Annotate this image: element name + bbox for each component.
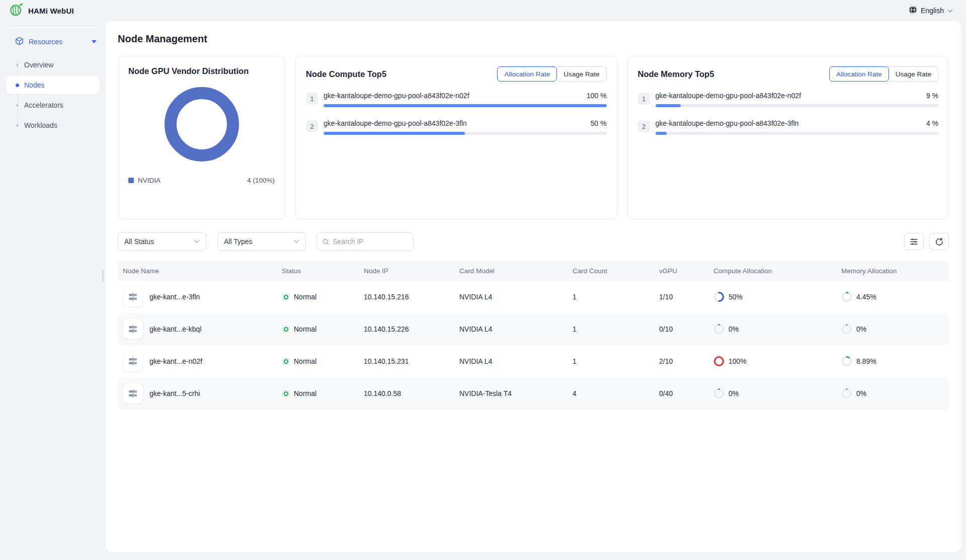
- memory-allocation-ring: [841, 356, 852, 367]
- main-panel: Node Management Node GPU Vendor Distribu…: [106, 21, 961, 552]
- compute-card-title: Node Compute Top5: [306, 69, 386, 79]
- card-count: 1: [568, 293, 654, 301]
- card-model: NVIDIA L4: [454, 293, 568, 301]
- vgpu-value: 2/10: [654, 357, 708, 365]
- status-filter-select[interactable]: All Status: [118, 232, 206, 251]
- node-name: gke-kantaloupe-demo-gpu-pool-a843f02e-3f…: [324, 119, 467, 127]
- allocation-rate-tab[interactable]: Allocation Rate: [829, 66, 889, 82]
- usage-rate-tab[interactable]: Usage Rate: [557, 66, 606, 82]
- brand: HAMi WebUI: [9, 3, 74, 19]
- sidebar-item-label: Overview: [24, 61, 53, 69]
- chevron-down-icon: [293, 239, 299, 244]
- col-node-name: Node Name: [118, 267, 277, 275]
- compute-allocation-value: 50%: [729, 293, 743, 301]
- allocation-rate-tab[interactable]: Allocation Rate: [497, 66, 557, 82]
- card-model: NVIDIA L4: [454, 325, 568, 333]
- legend-label: NVIDIA: [138, 177, 160, 184]
- sidebar-subnav: Overview Nodes Accelerators Workloads: [0, 56, 106, 134]
- vendor-distribution-card: Node GPU Vendor Distribution NVIDIA 4 (1…: [118, 56, 285, 219]
- compute-rate-toggle: Allocation Rate Usage Rate: [497, 66, 606, 82]
- sidebar-item-label: Workloads: [24, 121, 57, 129]
- nav-dot: [16, 84, 19, 87]
- sidebar-group-resources[interactable]: Resources: [0, 33, 106, 51]
- sidebar: Resources Overview Nodes Accelerators Wo…: [0, 21, 106, 560]
- memory-allocation-ring: [841, 388, 852, 399]
- percent-value: 4 %: [926, 119, 938, 127]
- status-normal-icon: [282, 325, 290, 333]
- sidebar-resize-handle[interactable]: [102, 270, 104, 282]
- top-bar: HAMi WebUI English: [0, 0, 966, 21]
- top5-row: 1 gke-kantaloupe-demo-gpu-pool-a843f02e-…: [306, 92, 607, 107]
- globe-icon: [909, 6, 917, 16]
- sidebar-item-label: Accelerators: [24, 101, 63, 109]
- node-server-icon: [123, 319, 143, 339]
- table-row[interactable]: gke-kant...e-n02f Normal 10.140.15.231 N…: [118, 345, 949, 377]
- type-filter-select[interactable]: All Types: [217, 232, 306, 251]
- progress-bar: [656, 132, 939, 135]
- sidebar-item-label: Nodes: [24, 81, 44, 89]
- search-input[interactable]: [333, 237, 408, 246]
- table-row[interactable]: gke-kant...5-crhi Normal 10.140.0.58 NVI…: [118, 377, 949, 410]
- caret-down-icon: [92, 40, 97, 43]
- percent-value: 100 %: [587, 92, 607, 100]
- node-name: gke-kantaloupe-demo-gpu-pool-a843f02e-n0…: [324, 92, 469, 100]
- refresh-button[interactable]: [929, 233, 949, 250]
- vendor-donut-chart: [165, 87, 239, 162]
- percent-value: 50 %: [591, 119, 607, 127]
- nav-dot: [16, 104, 19, 107]
- node-server-icon: [123, 287, 143, 307]
- sidebar-item-overview[interactable]: Overview: [6, 56, 100, 74]
- nav-dot: [16, 64, 19, 66]
- sidebar-item-workloads[interactable]: Workloads: [6, 116, 100, 134]
- vendor-card-title: Node GPU Vendor Distribution: [128, 66, 275, 76]
- column-settings-button[interactable]: [904, 233, 924, 250]
- sidebar-item-nodes[interactable]: Nodes: [6, 76, 100, 94]
- col-compute-allocation: Compute Allocation: [708, 267, 836, 275]
- col-card-model: Card Model: [454, 267, 568, 275]
- memory-allocation-value: 0%: [856, 389, 866, 397]
- progress-bar: [324, 132, 607, 135]
- memory-allocation-value: 0%: [856, 325, 866, 333]
- card-model: NVIDIA-Tesla T4: [454, 389, 568, 397]
- search-icon: [323, 238, 329, 246]
- nodes-table: Node Name Status Node IP Card Model Card…: [118, 261, 949, 410]
- filter-bar: All Status All Types: [118, 232, 949, 251]
- summary-cards: Node GPU Vendor Distribution NVIDIA 4 (1…: [118, 56, 949, 219]
- node-ip: 10.140.15.216: [359, 293, 454, 301]
- top5-row: 2 gke-kantaloupe-demo-gpu-pool-a843f02e-…: [638, 119, 939, 135]
- col-memory-allocation: Memory Allocation: [836, 267, 949, 275]
- node-name: gke-kant...e-kbql: [149, 325, 202, 333]
- top5-row: 2 gke-kantaloupe-demo-gpu-pool-a843f02e-…: [306, 119, 607, 135]
- sidebar-divider: [7, 25, 99, 26]
- status-normal-icon: [282, 293, 290, 301]
- node-name: gke-kant...e-n02f: [149, 357, 202, 365]
- table-row[interactable]: gke-kant...e-3fln Normal 10.140.15.216 N…: [118, 281, 949, 313]
- node-ip: 10.140.15.226: [359, 325, 454, 333]
- vgpu-value: 1/10: [654, 293, 708, 301]
- status-filter-value: All Status: [124, 237, 154, 246]
- table-row[interactable]: gke-kant...e-kbql Normal 10.140.15.226 N…: [118, 313, 949, 345]
- sidebar-item-accelerators[interactable]: Accelerators: [6, 96, 100, 114]
- type-filter-value: All Types: [224, 237, 253, 246]
- vgpu-value: 0/10: [654, 325, 708, 333]
- rank-badge: 1: [638, 93, 650, 105]
- compute-allocation-ring: [713, 291, 725, 302]
- compute-allocation-value: 100%: [729, 357, 747, 365]
- refresh-icon: [935, 237, 943, 246]
- col-status: Status: [277, 267, 359, 275]
- card-count: 4: [568, 389, 654, 397]
- vendor-legend: NVIDIA 4 (100%): [128, 177, 275, 184]
- app-title: HAMi WebUI: [28, 7, 74, 15]
- card-model: NVIDIA L4: [454, 357, 568, 365]
- status-label: Normal: [294, 357, 316, 365]
- memory-allocation-ring: [841, 291, 852, 302]
- memory-top5-card: Node Memory Top5 Allocation Rate Usage R…: [627, 56, 949, 219]
- node-name: gke-kant...e-3fln: [149, 293, 200, 301]
- card-count: 1: [568, 325, 654, 333]
- rank-badge: 2: [306, 120, 318, 132]
- memory-allocation-value: 4.45%: [856, 293, 876, 301]
- language-selector[interactable]: English: [909, 6, 953, 16]
- language-label: English: [921, 7, 944, 15]
- rank-badge: 1: [306, 93, 318, 105]
- usage-rate-tab[interactable]: Usage Rate: [889, 66, 938, 82]
